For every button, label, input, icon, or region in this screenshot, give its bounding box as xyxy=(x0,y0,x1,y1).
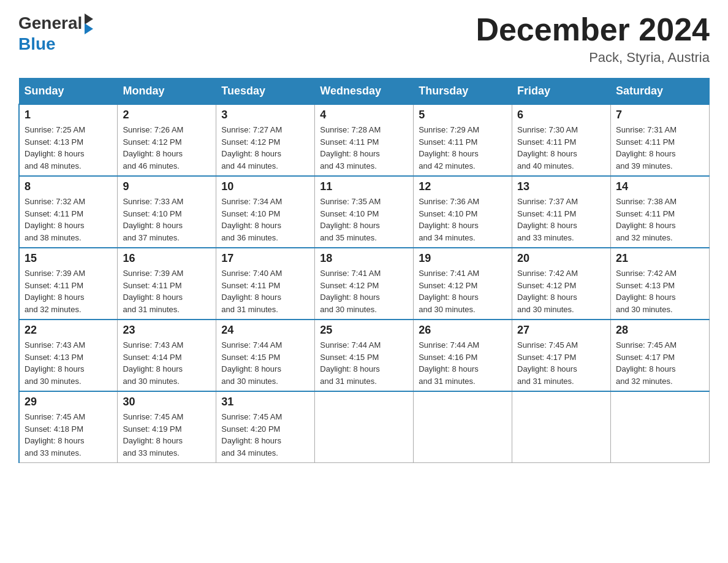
calendar-cell: 19 Sunrise: 7:41 AM Sunset: 4:12 PM Dayl… xyxy=(414,248,512,320)
day-number: 22 xyxy=(25,324,112,337)
calendar-cell: 25 Sunrise: 7:44 AM Sunset: 4:15 PM Dayl… xyxy=(315,320,414,391)
week-row-3: 15 Sunrise: 7:39 AM Sunset: 4:11 PM Dayl… xyxy=(19,248,710,320)
day-number: 9 xyxy=(123,180,211,193)
day-number: 18 xyxy=(320,252,408,265)
calendar-cell: 14 Sunrise: 7:38 AM Sunset: 4:11 PM Dayl… xyxy=(611,176,710,248)
weekday-header-monday: Monday xyxy=(118,79,216,105)
calendar-cell: 31 Sunrise: 7:45 AM Sunset: 4:20 PM Dayl… xyxy=(216,391,315,463)
day-info: Sunrise: 7:44 AM Sunset: 4:15 PM Dayligh… xyxy=(221,339,309,387)
day-info: Sunrise: 7:32 AM Sunset: 4:11 PM Dayligh… xyxy=(25,196,112,243)
weekday-header-saturday: Saturday xyxy=(611,79,710,105)
weekday-header-thursday: Thursday xyxy=(414,79,512,105)
week-row-2: 8 Sunrise: 7:32 AM Sunset: 4:11 PM Dayli… xyxy=(19,176,710,248)
day-info: Sunrise: 7:35 AM Sunset: 4:10 PM Dayligh… xyxy=(320,196,408,243)
calendar-cell: 13 Sunrise: 7:37 AM Sunset: 4:11 PM Dayl… xyxy=(512,176,611,248)
page-header: General Blue December 2024 Pack, Styria,… xyxy=(18,12,710,66)
day-number: 2 xyxy=(123,109,211,121)
calendar-cell: 5 Sunrise: 7:29 AM Sunset: 4:11 PM Dayli… xyxy=(414,104,512,176)
day-number: 19 xyxy=(419,252,507,265)
calendar-cell: 28 Sunrise: 7:45 AM Sunset: 4:17 PM Dayl… xyxy=(611,320,710,391)
day-number: 28 xyxy=(616,324,704,337)
day-info: Sunrise: 7:41 AM Sunset: 4:12 PM Dayligh… xyxy=(320,267,408,315)
day-number: 17 xyxy=(221,252,309,265)
day-info: Sunrise: 7:45 AM Sunset: 4:18 PM Dayligh… xyxy=(25,411,112,459)
calendar-cell xyxy=(414,391,512,463)
calendar-cell: 23 Sunrise: 7:43 AM Sunset: 4:14 PM Dayl… xyxy=(118,320,216,391)
day-number: 31 xyxy=(221,396,309,408)
day-info: Sunrise: 7:44 AM Sunset: 4:16 PM Dayligh… xyxy=(419,339,507,387)
day-number: 15 xyxy=(25,252,112,265)
calendar-cell: 9 Sunrise: 7:33 AM Sunset: 4:10 PM Dayli… xyxy=(118,176,216,248)
calendar-cell: 8 Sunrise: 7:32 AM Sunset: 4:11 PM Dayli… xyxy=(19,176,118,248)
day-number: 20 xyxy=(517,252,605,265)
weekday-header-row: SundayMondayTuesdayWednesdayThursdayFrid… xyxy=(19,79,710,105)
day-info: Sunrise: 7:28 AM Sunset: 4:11 PM Dayligh… xyxy=(320,124,408,172)
calendar-cell: 11 Sunrise: 7:35 AM Sunset: 4:10 PM Dayl… xyxy=(315,176,414,248)
day-number: 16 xyxy=(123,252,211,265)
calendar-cell: 22 Sunrise: 7:43 AM Sunset: 4:13 PM Dayl… xyxy=(19,320,118,391)
day-number: 13 xyxy=(517,180,605,193)
day-number: 4 xyxy=(320,109,408,121)
title-section: December 2024 Pack, Styria, Austria xyxy=(476,12,710,66)
calendar-cell: 26 Sunrise: 7:44 AM Sunset: 4:16 PM Dayl… xyxy=(414,320,512,391)
day-number: 3 xyxy=(221,109,309,121)
calendar-cell: 30 Sunrise: 7:45 AM Sunset: 4:19 PM Dayl… xyxy=(118,391,216,463)
weekday-header-wednesday: Wednesday xyxy=(315,79,414,105)
day-info: Sunrise: 7:45 AM Sunset: 4:20 PM Dayligh… xyxy=(221,411,309,459)
day-number: 23 xyxy=(123,324,211,337)
calendar-cell xyxy=(611,391,710,463)
day-number: 6 xyxy=(517,109,605,121)
calendar-cell: 21 Sunrise: 7:42 AM Sunset: 4:13 PM Dayl… xyxy=(611,248,710,320)
day-number: 24 xyxy=(221,324,309,337)
day-info: Sunrise: 7:30 AM Sunset: 4:11 PM Dayligh… xyxy=(517,124,605,172)
day-info: Sunrise: 7:45 AM Sunset: 4:17 PM Dayligh… xyxy=(616,339,704,387)
weekday-header-sunday: Sunday xyxy=(19,79,118,105)
logo: General Blue xyxy=(18,12,93,54)
day-number: 29 xyxy=(25,396,112,408)
week-row-4: 22 Sunrise: 7:43 AM Sunset: 4:13 PM Dayl… xyxy=(19,320,710,391)
day-info: Sunrise: 7:45 AM Sunset: 4:17 PM Dayligh… xyxy=(517,339,605,387)
calendar-cell: 17 Sunrise: 7:40 AM Sunset: 4:11 PM Dayl… xyxy=(216,248,315,320)
calendar-table: SundayMondayTuesdayWednesdayThursdayFrid… xyxy=(18,78,710,463)
calendar-cell: 20 Sunrise: 7:42 AM Sunset: 4:12 PM Dayl… xyxy=(512,248,611,320)
day-number: 25 xyxy=(320,324,408,337)
day-info: Sunrise: 7:44 AM Sunset: 4:15 PM Dayligh… xyxy=(320,339,408,387)
day-info: Sunrise: 7:43 AM Sunset: 4:13 PM Dayligh… xyxy=(25,339,112,387)
day-info: Sunrise: 7:39 AM Sunset: 4:11 PM Dayligh… xyxy=(25,267,112,315)
day-info: Sunrise: 7:37 AM Sunset: 4:11 PM Dayligh… xyxy=(517,196,605,243)
day-info: Sunrise: 7:39 AM Sunset: 4:11 PM Dayligh… xyxy=(123,267,211,315)
calendar-cell: 1 Sunrise: 7:25 AM Sunset: 4:13 PM Dayli… xyxy=(19,104,118,176)
calendar-cell: 6 Sunrise: 7:30 AM Sunset: 4:11 PM Dayli… xyxy=(512,104,611,176)
day-info: Sunrise: 7:45 AM Sunset: 4:19 PM Dayligh… xyxy=(123,411,211,459)
calendar-cell: 10 Sunrise: 7:34 AM Sunset: 4:10 PM Dayl… xyxy=(216,176,315,248)
calendar-cell: 2 Sunrise: 7:26 AM Sunset: 4:12 PM Dayli… xyxy=(118,104,216,176)
calendar-cell: 16 Sunrise: 7:39 AM Sunset: 4:11 PM Dayl… xyxy=(118,248,216,320)
weekday-header-tuesday: Tuesday xyxy=(216,79,315,105)
calendar-cell: 7 Sunrise: 7:31 AM Sunset: 4:11 PM Dayli… xyxy=(611,104,710,176)
day-number: 1 xyxy=(25,109,112,121)
day-info: Sunrise: 7:26 AM Sunset: 4:12 PM Dayligh… xyxy=(123,124,211,172)
day-info: Sunrise: 7:38 AM Sunset: 4:11 PM Dayligh… xyxy=(616,196,704,243)
logo-blue: Blue xyxy=(18,34,56,54)
day-number: 8 xyxy=(25,180,112,193)
day-info: Sunrise: 7:43 AM Sunset: 4:14 PM Dayligh… xyxy=(123,339,211,387)
location: Pack, Styria, Austria xyxy=(476,50,710,66)
calendar-cell: 27 Sunrise: 7:45 AM Sunset: 4:17 PM Dayl… xyxy=(512,320,611,391)
day-number: 5 xyxy=(419,109,507,121)
day-number: 30 xyxy=(123,396,211,408)
day-info: Sunrise: 7:29 AM Sunset: 4:11 PM Dayligh… xyxy=(419,124,507,172)
week-row-1: 1 Sunrise: 7:25 AM Sunset: 4:13 PM Dayli… xyxy=(19,104,710,176)
calendar-cell xyxy=(315,391,414,463)
day-info: Sunrise: 7:33 AM Sunset: 4:10 PM Dayligh… xyxy=(123,196,211,243)
week-row-5: 29 Sunrise: 7:45 AM Sunset: 4:18 PM Dayl… xyxy=(19,391,710,463)
day-number: 26 xyxy=(419,324,507,337)
day-number: 27 xyxy=(517,324,605,337)
weekday-header-friday: Friday xyxy=(512,79,611,105)
day-info: Sunrise: 7:42 AM Sunset: 4:12 PM Dayligh… xyxy=(517,267,605,315)
month-title: December 2024 xyxy=(476,12,710,47)
day-info: Sunrise: 7:40 AM Sunset: 4:11 PM Dayligh… xyxy=(221,267,309,315)
day-number: 10 xyxy=(221,180,309,193)
day-info: Sunrise: 7:34 AM Sunset: 4:10 PM Dayligh… xyxy=(221,196,309,243)
calendar-cell: 18 Sunrise: 7:41 AM Sunset: 4:12 PM Dayl… xyxy=(315,248,414,320)
logo-general: General xyxy=(18,15,82,32)
